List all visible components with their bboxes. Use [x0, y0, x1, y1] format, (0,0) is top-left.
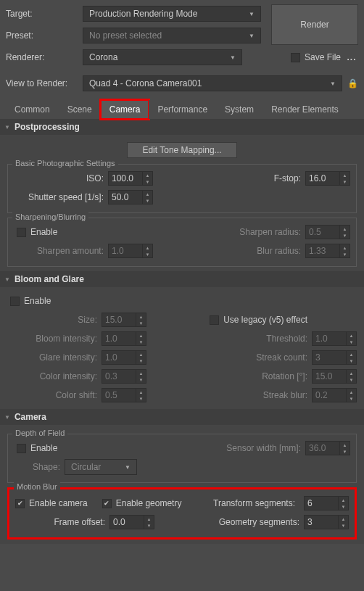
basic-photographic-label: Basic Photographic Settings [12, 159, 118, 168]
threshold-spinner[interactable]: ▲▼ [312, 331, 357, 346]
view-to-render-dropdown[interactable]: Quad 4 - Corona Camera001 [83, 75, 342, 91]
streak-count-spinner[interactable]: ▲▼ [312, 350, 357, 365]
glare-intensity-label: Glare intensity: [7, 352, 102, 363]
frame-offset-spinner[interactable]: ▲▼ [109, 515, 154, 529]
sharpen-amount-spinner[interactable]: ▲▼ [108, 244, 153, 258]
tab-render-elements[interactable]: Render Elements [262, 100, 347, 119]
sharpening-fieldset: Sharpening/Blurring Enable Sharpen radiu… [7, 218, 357, 267]
bloom-intensity-spinner[interactable]: ▲▼ [102, 331, 146, 346]
sensor-width-input[interactable] [306, 443, 339, 453]
lock-view-icon[interactable]: 🔒 [347, 76, 358, 91]
save-file-checkbox[interactable] [291, 53, 300, 62]
preset-label: Preset: [6, 30, 78, 41]
bloom-enable-label: Enable [24, 296, 51, 306]
motion-blur-fieldset: Motion Blur Enable camera Enable geometr… [7, 487, 357, 540]
shutter-input[interactable] [109, 192, 142, 202]
sharpen-enable-label: Enable [30, 227, 57, 237]
glare-intensity-input[interactable] [102, 352, 136, 363]
view-to-render-value: Quad 4 - Corona Camera001 [89, 78, 202, 88]
geometry-segments-spinner[interactable]: ▲▼ [304, 515, 349, 529]
motion-blur-label: Motion Blur [14, 482, 60, 491]
blur-radius-label: Blur radius: [153, 246, 305, 256]
glare-intensity-spinner[interactable]: ▲▼ [102, 350, 146, 365]
color-shift-spinner[interactable]: ▲▼ [102, 388, 146, 402]
tab-common[interactable]: Common [6, 100, 59, 119]
shape-value: Circular [71, 462, 101, 472]
legacy-label: Use legacy (v5) effect [223, 315, 307, 325]
tab-bar: Common Scene Camera Performance System R… [0, 97, 364, 119]
threshold-input[interactable] [313, 334, 346, 344]
preset-value: No preset selected [89, 30, 162, 41]
geometry-segments-label: Geometry segments: [154, 517, 304, 527]
streak-blur-spinner[interactable]: ▲▼ [312, 388, 357, 402]
bloom-size-label: Size: [7, 315, 102, 325]
bloom-size-spinner[interactable]: ▲▼ [102, 313, 146, 327]
edit-tone-mapping-button[interactable]: Edit Tone Mapping... [127, 142, 236, 158]
target-dropdown[interactable]: Production Rendering Mode [83, 6, 261, 22]
render-button[interactable]: Render [271, 4, 358, 45]
tab-system[interactable]: System [216, 100, 262, 119]
dof-enable-label: Enable [30, 443, 57, 453]
streak-blur-input[interactable] [313, 390, 346, 400]
basic-photographic-fieldset: Basic Photographic Settings ISO: ▲▼ F-st… [7, 164, 357, 213]
bloom-intensity-input[interactable] [102, 334, 136, 344]
sharpen-amount-input[interactable] [109, 246, 142, 256]
dof-label: Depth of Field [12, 429, 67, 437]
enable-camera-checkbox[interactable] [15, 499, 25, 508]
color-intensity-input[interactable] [102, 371, 136, 381]
streak-count-input[interactable] [313, 352, 346, 363]
sharpen-enable-checkbox[interactable] [17, 228, 26, 237]
enable-geometry-checkbox[interactable] [102, 499, 112, 508]
rotation-label: Rotation [°]: [146, 371, 312, 381]
streak-count-label: Streak count: [146, 352, 312, 363]
camera-section-header[interactable]: Camera [0, 409, 364, 425]
transform-segments-input[interactable] [305, 498, 338, 508]
enable-camera-label: Enable camera [29, 498, 88, 508]
rotation-input[interactable] [313, 371, 346, 381]
color-shift-input[interactable] [102, 390, 136, 400]
shutter-label: Shutter speed [1/s]: [14, 192, 108, 202]
save-file-browse-button[interactable]: ... [345, 52, 358, 62]
tab-performance[interactable]: Performance [149, 100, 216, 119]
postprocessing-header[interactable]: Postprocessing [0, 119, 364, 135]
blur-radius-spinner[interactable]: ▲▼ [305, 244, 350, 258]
renderer-dropdown[interactable]: Corona [83, 49, 242, 65]
sharpen-radius-input[interactable] [306, 227, 339, 237]
threshold-label: Threshold: [146, 334, 312, 344]
color-intensity-spinner[interactable]: ▲▼ [102, 369, 146, 384]
renderer-value: Corona [89, 52, 117, 62]
sharpen-radius-label: Sharpen radius: [153, 227, 305, 237]
color-intensity-label: Color intensity: [7, 371, 102, 381]
sensor-width-label: Sensor width [mm]: [153, 443, 305, 453]
transform-segments-label: Transform segments: [186, 498, 299, 508]
fstop-spinner[interactable]: ▲▼ [305, 171, 350, 186]
frame-offset-input[interactable] [110, 517, 144, 527]
frame-offset-label: Frame offset: [15, 517, 109, 527]
iso-spinner[interactable]: ▲▼ [108, 171, 153, 186]
shutter-spinner[interactable]: ▲▼ [108, 190, 153, 204]
sharpening-label: Sharpening/Blurring [12, 212, 88, 221]
geometry-segments-input[interactable] [305, 517, 338, 527]
color-shift-label: Color shift: [7, 390, 102, 400]
rotation-spinner[interactable]: ▲▼ [312, 369, 357, 384]
preset-dropdown[interactable]: No preset selected [83, 28, 261, 44]
shape-dropdown[interactable]: Circular [65, 459, 137, 475]
tab-scene[interactable]: Scene [59, 100, 101, 119]
sensor-width-spinner[interactable]: ▲▼ [305, 441, 350, 455]
blur-radius-input[interactable] [306, 246, 339, 256]
tab-camera[interactable]: Camera [101, 100, 149, 119]
legacy-checkbox[interactable] [210, 315, 219, 325]
transform-segments-spinner[interactable]: ▲▼ [304, 496, 349, 511]
iso-label: ISO: [14, 173, 108, 183]
renderer-label: Renderer: [6, 52, 78, 62]
bloom-header[interactable]: Bloom and Glare [0, 271, 364, 287]
bloom-enable-checkbox[interactable] [10, 297, 20, 306]
view-to-render-label: View to Render: [6, 78, 78, 88]
target-value: Production Rendering Mode [89, 9, 197, 19]
dof-enable-checkbox[interactable] [17, 444, 26, 453]
fstop-input[interactable] [306, 173, 339, 183]
target-label: Target: [6, 9, 78, 19]
iso-input[interactable] [109, 173, 142, 183]
sharpen-radius-spinner[interactable]: ▲▼ [305, 225, 350, 239]
bloom-size-input[interactable] [102, 315, 136, 325]
